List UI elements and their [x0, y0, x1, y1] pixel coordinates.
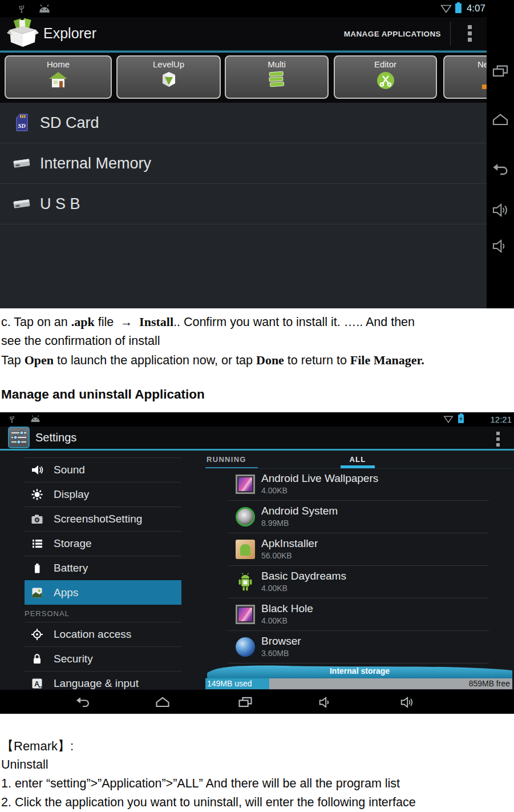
daydreams-robot-icon — [236, 572, 255, 592]
instruction-text: c. Tap on an .apk file → Install.. Confi… — [1, 312, 493, 370]
overflow-menu-icon[interactable] — [468, 25, 472, 44]
home-nav-icon[interactable] — [491, 111, 509, 129]
storage-used: 149MB used — [205, 678, 269, 689]
svg-text:A: A — [34, 680, 39, 688]
toolbar-tabs: Home LevelUp Multi — [0, 53, 487, 103]
explorer-app-icon — [7, 18, 39, 49]
personal-section-header: PERSONAL — [25, 605, 181, 622]
app-row-basic-daydreams[interactable]: Basic Daydreams 4.00KB — [205, 566, 514, 598]
system-side-bar — [487, 0, 514, 308]
settings-app-icon — [8, 427, 30, 448]
section-heading: Manage and uninstall Application — [1, 387, 205, 402]
app-title: Explorer — [43, 25, 96, 42]
status-bar: 4:07 — [0, 0, 514, 17]
actionbar-divider — [450, 22, 451, 46]
language-icon: A — [30, 677, 44, 690]
sidebar-item-security[interactable]: Security — [25, 646, 181, 671]
app-row-android-live-wallpapers[interactable]: Android Live Wallpapers 4.00KB — [205, 468, 514, 501]
storage-label: Internal storage — [205, 666, 514, 676]
app-row-browser[interactable]: Browser 3.60MB — [205, 631, 514, 664]
sidebar-item-language-input[interactable]: A Language & input — [25, 671, 181, 690]
clock: 4:07 — [467, 3, 485, 14]
clock: 12:21 — [490, 415, 512, 424]
new-icon — [482, 85, 487, 89]
app-list: Android Live Wallpapers 4.00KB Android S… — [205, 468, 514, 664]
volume-down-icon[interactable] — [317, 694, 333, 710]
battery-icon — [30, 561, 44, 575]
overflow-menu-icon[interactable] — [496, 432, 500, 449]
android-icon — [38, 5, 51, 13]
multi-icon — [266, 70, 288, 90]
usb-icon — [8, 415, 16, 424]
apps-tabstrip: RUNNING ALL — [205, 451, 514, 469]
back-icon[interactable] — [491, 160, 509, 179]
home-icon — [47, 70, 69, 90]
browser-globe-icon — [236, 637, 255, 657]
instruction-line: Tap Open to launch the application now, … — [1, 351, 493, 370]
recent-apps-icon[interactable] — [491, 62, 509, 81]
tab-multi[interactable]: Multi — [225, 55, 329, 99]
list-item-usb[interactable]: U S B — [0, 184, 487, 224]
list-item-internal-memory[interactable]: Internal Memory — [0, 143, 487, 184]
storage-bar: 149MB used 859MB free — [205, 678, 512, 689]
svg-text:SD: SD — [18, 123, 26, 129]
tab-levelup[interactable]: LevelUp — [116, 55, 221, 99]
sidebar-item-sound[interactable]: Sound — [25, 457, 181, 482]
storage-list: SD SD Card Internal Memory — [0, 103, 487, 308]
drive-icon — [11, 156, 32, 170]
wifi-icon — [440, 5, 452, 13]
location-icon — [30, 628, 44, 641]
wifi-icon — [443, 416, 454, 423]
volume-down-icon[interactable] — [491, 237, 509, 255]
action-bar: Settings — [0, 427, 514, 449]
tab-all[interactable]: ALL — [341, 455, 375, 464]
sidebar-item-storage[interactable]: Storage — [25, 531, 181, 556]
brightness-icon — [30, 488, 44, 501]
settings-sidebar: Sound Display — [25, 457, 181, 690]
tab-running[interactable]: RUNNING — [207, 455, 246, 464]
sidebar-item-location-access[interactable]: Location access — [25, 622, 181, 646]
battery-charging-icon — [458, 415, 464, 423]
sidebar-item-battery[interactable]: Battery — [25, 556, 181, 580]
apps-panel: RUNNING ALL Android Live Wallpapers 4.00… — [205, 451, 514, 690]
home-nav-icon[interactable] — [155, 694, 171, 710]
tab-editor[interactable]: Editor — [334, 55, 437, 99]
apkinstaller-icon — [236, 540, 255, 559]
black-hole-icon — [236, 605, 255, 624]
instruction-line: see the confirmation of install — [1, 332, 493, 351]
remark-line: Uninstall — [1, 755, 503, 774]
levelup-icon — [158, 70, 180, 90]
tab-new[interactable]: New — [443, 55, 487, 99]
action-bar: Explorer MANAGE APPLICATIONS — [0, 17, 487, 50]
sd-card-icon: SD — [11, 112, 32, 133]
app-row-android-system[interactable]: Android System 8.99MB — [205, 501, 514, 533]
manage-applications-button[interactable]: MANAGE APPLICATIONS — [344, 30, 441, 38]
sidebar-item-display[interactable]: Display — [25, 482, 181, 507]
back-icon[interactable] — [75, 694, 91, 710]
storage-free: 859MB free — [469, 678, 510, 689]
system-nav-bar — [0, 690, 514, 714]
instruction-line: c. Tap on an .apk file → Install.. Confi… — [1, 312, 493, 332]
android-system-icon — [236, 507, 255, 526]
explorer-screenshot: 4:07 Explorer MANAGE APPLICATIONS Home — [0, 0, 514, 308]
volume-up-icon[interactable] — [491, 201, 509, 219]
remark-text: 【Remark】: Uninstall 1. enter “setting”>”… — [1, 737, 503, 812]
lock-icon — [30, 652, 44, 666]
app-row-black-hole[interactable]: Black Hole 4.00KB — [205, 598, 514, 631]
sound-icon — [30, 463, 44, 477]
sidebar-item-screenshotsetting[interactable]: ScreenshotSetting — [25, 507, 181, 531]
remark-line: 2. Click the application you want to uni… — [1, 793, 503, 812]
remark-title: 【Remark】: — [1, 737, 503, 755]
android-icon — [30, 415, 41, 423]
editor-scissors-icon — [375, 70, 396, 91]
app-row-apkinstaller[interactable]: ApkInstaller 56.00KB — [205, 533, 514, 566]
list-item-sdcard[interactable]: SD SD Card — [0, 103, 487, 143]
status-bar: 12:21 — [0, 412, 514, 427]
settings-screenshot: 12:21 Settings — [0, 412, 514, 714]
recent-apps-icon[interactable] — [237, 694, 253, 710]
sidebar-item-apps[interactable]: Apps — [25, 580, 181, 605]
volume-up-icon[interactable] — [399, 694, 415, 710]
battery-icon — [455, 3, 462, 13]
remark-line: 1. enter “setting”>”Application”>”ALL” A… — [1, 774, 503, 793]
tab-home[interactable]: Home — [5, 55, 112, 99]
